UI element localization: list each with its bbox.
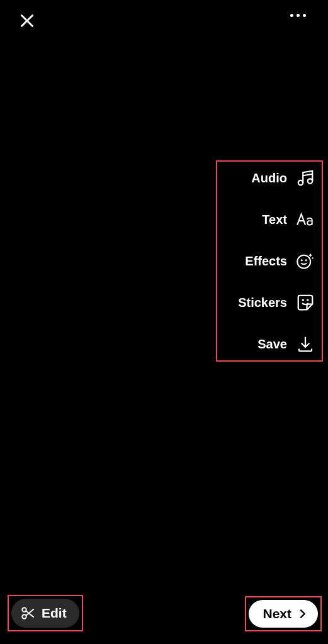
svg-line-4: [303, 174, 312, 176]
edit-label: Edit: [42, 606, 67, 621]
scissors-icon: [20, 605, 37, 621]
audio-tool[interactable]: Audio: [223, 168, 315, 188]
edit-button[interactable]: Edit: [11, 599, 79, 628]
more-options-button[interactable]: [290, 14, 306, 17]
svg-point-8: [303, 300, 303, 301]
svg-point-6: [302, 260, 302, 260]
text-tool[interactable]: Text: [223, 209, 315, 230]
tool-label: Effects: [245, 254, 287, 269]
svg-point-5: [297, 255, 310, 269]
effects-tool[interactable]: Effects: [223, 251, 315, 271]
next-label: Next: [263, 606, 291, 621]
edit-highlight: Edit: [8, 595, 83, 631]
save-tool[interactable]: Save: [223, 334, 315, 354]
tools-panel: Audio Text Effects: [216, 160, 323, 362]
tool-label: Text: [262, 213, 287, 227]
svg-point-9: [307, 300, 308, 301]
next-button[interactable]: Next: [249, 600, 318, 628]
svg-point-2: [298, 180, 303, 186]
svg-point-7: [306, 260, 307, 260]
tool-label: Audio: [251, 171, 287, 186]
tool-label: Stickers: [238, 296, 287, 310]
dot-icon: [297, 14, 300, 17]
tool-label: Save: [257, 337, 287, 352]
close-icon: [18, 12, 36, 30]
download-icon: [295, 334, 315, 354]
svg-point-3: [308, 179, 313, 184]
smile-sparkle-icon: [295, 251, 315, 271]
dot-icon: [303, 14, 306, 17]
stickers-tool[interactable]: Stickers: [223, 292, 315, 313]
text-aa-icon: [295, 209, 315, 230]
sticker-icon: [295, 292, 315, 313]
music-note-icon: [295, 168, 315, 188]
close-button[interactable]: [16, 9, 38, 32]
chevron-right-icon: [295, 607, 309, 621]
dot-icon: [290, 14, 293, 17]
next-highlight: Next: [245, 596, 322, 631]
